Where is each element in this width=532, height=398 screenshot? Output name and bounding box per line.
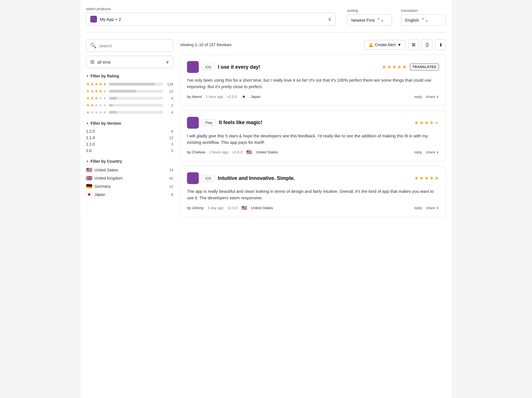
share-button[interactable]: share ∨: [426, 150, 439, 154]
review-country-name: United States: [251, 206, 273, 210]
share-button[interactable]: share ∨: [426, 95, 439, 99]
filter-by-version-section: ▼ Filter by Version 1.2.0 8 1.1.4 12 1.1…: [86, 121, 173, 153]
sorting-chevron: ⌃⌄: [377, 17, 384, 23]
product-select-dropdown[interactable]: My App + 2 ∨: [86, 13, 336, 26]
review-title: Intuitive and Innovative. Simple.: [218, 175, 411, 181]
star-icon: ★: [94, 89, 98, 94]
share-button[interactable]: share ∨: [426, 206, 439, 210]
country-filter-row[interactable]: 🇬🇧 United Kingdom 42: [86, 175, 173, 181]
review-star-icon: ★: [392, 64, 396, 70]
filter-by-country-section: ▼ Filter by Country 🇺🇸 United States 74 …: [86, 159, 173, 198]
star-icon: ★: [99, 82, 102, 87]
review-star-icon: ★: [387, 64, 391, 70]
rating-count: 4: [165, 96, 173, 100]
reviews-count: Viewing 1–10 of 157 Reviews: [180, 43, 231, 47]
star-icon: ★: [94, 110, 98, 115]
reply-button[interactable]: reply: [414, 95, 422, 99]
country-filter-row[interactable]: 🇺🇸 United States 74: [86, 167, 173, 173]
search-input[interactable]: [99, 43, 169, 48]
translated-badge: TRANSLATED: [410, 64, 439, 70]
rating-bar: [109, 111, 163, 114]
review-star-icon: ★: [382, 64, 386, 70]
version-filter-row[interactable]: 1.2.0 8: [86, 129, 173, 133]
filter-by-rating-section: ▼ Filter by Rating ★★★★★ 129 ★★★★★ 12 ★★…: [86, 74, 173, 115]
time-filter-dropdown[interactable]: ⊞ all time ∨: [86, 56, 173, 68]
star-icon: ★: [103, 96, 107, 101]
version-label: 1.2.0: [86, 129, 95, 133]
country-filter-row[interactable]: 🇩🇪 Germany 12: [86, 183, 173, 189]
review-author: by Akemi: [187, 95, 202, 99]
country-count: 42: [169, 176, 173, 180]
review-author: by Chelsea: [187, 150, 205, 154]
create-alert-button[interactable]: 🔔 Create Alert ▼: [364, 40, 405, 50]
country-count: 9: [171, 193, 173, 197]
review-star-icon: ★: [397, 64, 402, 70]
version-label: 1.1.0: [86, 142, 95, 146]
sorting-value: Newest First: [351, 18, 375, 23]
version-filter-row[interactable]: 1.0 5: [86, 148, 173, 153]
sort-trans-group: sorting Newest First ⌃⌄ translation Engl…: [347, 8, 446, 26]
main-content: Viewing 1–10 of 157 Reviews 🔔 Create Ale…: [180, 39, 446, 222]
filter-rating-title: ▼ Filter by Rating: [86, 74, 173, 78]
download-icon: ⬇: [439, 42, 443, 48]
review-country-name: Japan: [251, 95, 260, 99]
filter-country-title: ▼ Filter by Country: [86, 159, 173, 164]
review-title: It feels like magic!: [219, 120, 411, 126]
country-flag-icon: 🇺🇸: [86, 167, 92, 173]
rating-filter-row[interactable]: ★★★★★ 2: [86, 103, 173, 108]
code-button[interactable]: {}: [422, 39, 432, 50]
review-time: 2 hours ago: [209, 150, 229, 154]
sorting-label: sorting: [347, 8, 392, 13]
product-color-swatch: [90, 16, 97, 23]
country-count: 74: [169, 168, 173, 172]
review-card: Play It feels like magic! ★★★★★ I will g…: [180, 110, 446, 162]
review-meta: by Akemi 1 hour ago v1.0.0 🇯🇵 Japan repl…: [187, 94, 439, 99]
version-filter-row[interactable]: 1.1.0 3: [86, 142, 173, 146]
rating-bar-fill: [109, 111, 117, 114]
star-icon: ★: [103, 103, 107, 108]
rating-filter-row[interactable]: ★★★★★ 129: [86, 82, 173, 87]
star-icon: ★: [94, 103, 98, 108]
rating-filter-row[interactable]: ★★★★★ 4: [86, 96, 173, 101]
star-icon: ★: [90, 103, 94, 108]
review-meta: by Johnny 1 day ago v1.0.0 🇺🇸 United Sta…: [187, 205, 439, 211]
version-rows: 1.2.0 8 1.1.4 12 1.1.0 3 1.0 5: [86, 129, 173, 153]
country-flag-icon: 🇯🇵: [86, 191, 92, 198]
country-count: 12: [169, 184, 173, 189]
review-country-name: United States: [256, 150, 278, 154]
review-time: 1 day ago: [208, 206, 224, 210]
rating-filter-row[interactable]: ★★★★★ 4: [86, 110, 173, 115]
search-icon: 🔍: [90, 43, 96, 49]
translation-dropdown[interactable]: English ⌃⌄: [401, 14, 446, 26]
version-filter-row[interactable]: 1.1.4 12: [86, 135, 173, 140]
download-button[interactable]: ⬇: [435, 39, 446, 50]
sorting-dropdown[interactable]: Newest First ⌃⌄: [347, 14, 392, 26]
country-filter-row[interactable]: 🇯🇵 Japan 9: [86, 191, 173, 198]
review-star-icon: ★: [434, 175, 439, 181]
rss-button[interactable]: ⌘: [408, 39, 419, 50]
review-card: iOS I use it every day! ★★★★★ TRANSLATED…: [180, 55, 446, 106]
calendar-grid-icon: ⊞: [90, 59, 94, 65]
filter-version-arrow: ▼: [86, 122, 89, 125]
review-star-icon: ★: [424, 175, 429, 181]
version-count: 3: [171, 142, 173, 146]
star-icon: ★: [99, 110, 102, 115]
code-icon: {}: [426, 42, 429, 47]
review-star-icon: ★: [414, 175, 419, 181]
reply-button[interactable]: reply: [414, 150, 422, 154]
translation-value: English: [405, 18, 419, 23]
review-top: iOS I use it every day! ★★★★★ TRANSLATED: [187, 61, 439, 73]
rss-icon: ⌘: [411, 42, 416, 48]
country-name: Japan: [94, 192, 169, 197]
translation-chevron: ⌃⌄: [421, 17, 429, 23]
review-cards-list: iOS I use it every day! ★★★★★ TRANSLATED…: [180, 55, 446, 217]
version-count: 8: [171, 129, 173, 133]
reply-button[interactable]: reply: [414, 206, 422, 210]
country-name: United Kingdom: [94, 176, 167, 180]
review-top: iOS Intuitive and Innovative. Simple. ★★…: [187, 172, 439, 184]
version-label: 1.0: [86, 148, 91, 153]
rating-filter-row[interactable]: ★★★★★ 12: [86, 89, 173, 94]
search-box[interactable]: 🔍: [86, 39, 173, 52]
rating-count: 4: [165, 110, 173, 115]
review-platform-badge: iOS: [202, 175, 215, 182]
